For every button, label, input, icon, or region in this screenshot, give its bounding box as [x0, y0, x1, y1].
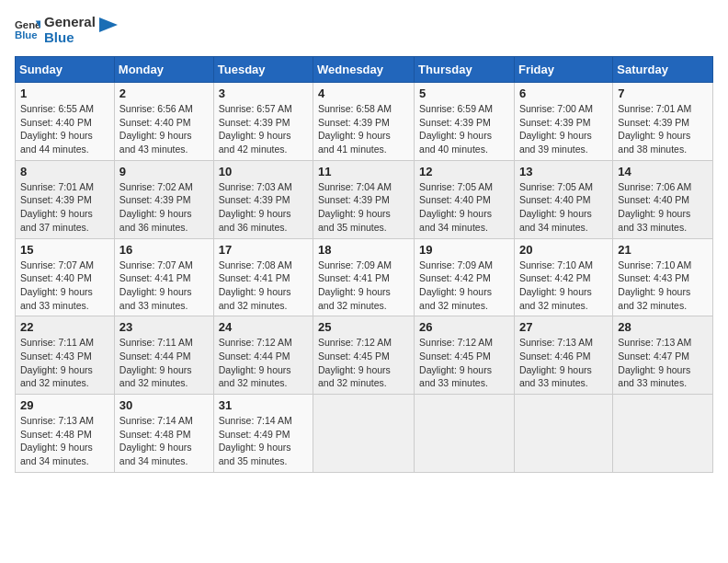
- day-number: 7: [618, 86, 708, 100]
- day-number: 2: [119, 86, 209, 100]
- day-number: 6: [519, 86, 608, 100]
- day-info: Sunrise: 7:11 AM Sunset: 4:43 PM Dayligh…: [20, 336, 109, 390]
- day-info: Sunrise: 6:55 AM Sunset: 4:40 PM Dayligh…: [20, 102, 109, 156]
- weekday-header-wednesday: Wednesday: [313, 57, 415, 83]
- calendar-day-cell: 8 Sunrise: 7:01 AM Sunset: 4:39 PM Dayli…: [16, 160, 115, 238]
- day-number: 31: [219, 398, 308, 412]
- day-number: 15: [20, 243, 109, 257]
- day-info: Sunrise: 7:00 AM Sunset: 4:39 PM Dayligh…: [519, 102, 608, 156]
- day-info: Sunrise: 7:13 AM Sunset: 4:47 PM Dayligh…: [618, 336, 708, 390]
- logo-flag-icon: [99, 17, 118, 43]
- day-info: Sunrise: 7:13 AM Sunset: 4:48 PM Dayligh…: [20, 414, 109, 468]
- calendar-day-cell: 4 Sunrise: 6:58 AM Sunset: 4:39 PM Dayli…: [313, 83, 415, 161]
- day-info: Sunrise: 6:57 AM Sunset: 4:39 PM Dayligh…: [219, 102, 308, 156]
- day-info: Sunrise: 7:14 AM Sunset: 4:49 PM Dayligh…: [219, 414, 308, 468]
- calendar-day-cell: 23 Sunrise: 7:11 AM Sunset: 4:44 PM Dayl…: [114, 316, 213, 395]
- day-info: Sunrise: 7:07 AM Sunset: 4:40 PM Dayligh…: [20, 259, 109, 313]
- calendar-day-cell: 18 Sunrise: 7:09 AM Sunset: 4:41 PM Dayl…: [313, 238, 415, 316]
- calendar-day-cell: 12 Sunrise: 7:05 AM Sunset: 4:40 PM Dayl…: [415, 160, 515, 238]
- day-info: Sunrise: 7:10 AM Sunset: 4:42 PM Dayligh…: [519, 259, 608, 313]
- day-info: Sunrise: 6:56 AM Sunset: 4:40 PM Dayligh…: [119, 102, 209, 156]
- day-info: Sunrise: 7:05 AM Sunset: 4:40 PM Dayligh…: [519, 180, 608, 235]
- day-number: 26: [419, 320, 509, 334]
- weekday-header-monday: Monday: [114, 57, 213, 83]
- day-number: 22: [20, 320, 109, 334]
- day-number: 12: [419, 165, 509, 178]
- logo-icon: General Blue: [15, 17, 40, 43]
- weekday-header-friday: Friday: [514, 57, 612, 83]
- calendar-day-cell: 6 Sunrise: 7:00 AM Sunset: 4:39 PM Dayli…: [514, 83, 612, 161]
- day-number: 23: [119, 320, 209, 334]
- calendar-day-cell: 26 Sunrise: 7:12 AM Sunset: 4:45 PM Dayl…: [415, 316, 515, 395]
- day-number: 18: [318, 243, 409, 257]
- day-number: 28: [618, 320, 708, 334]
- calendar-day-cell: 14 Sunrise: 7:06 AM Sunset: 4:40 PM Dayl…: [613, 160, 713, 238]
- day-info: Sunrise: 7:05 AM Sunset: 4:40 PM Dayligh…: [419, 180, 509, 235]
- day-info: Sunrise: 7:14 AM Sunset: 4:48 PM Dayligh…: [119, 414, 209, 468]
- day-number: 13: [519, 165, 608, 178]
- calendar-day-cell: 15 Sunrise: 7:07 AM Sunset: 4:40 PM Dayl…: [16, 238, 115, 316]
- day-number: 11: [318, 165, 409, 178]
- calendar-day-cell: 29 Sunrise: 7:13 AM Sunset: 4:48 PM Dayl…: [16, 395, 115, 473]
- day-info: Sunrise: 7:03 AM Sunset: 4:39 PM Dayligh…: [219, 180, 308, 235]
- calendar-day-cell: [415, 395, 515, 473]
- day-info: Sunrise: 7:09 AM Sunset: 4:41 PM Dayligh…: [318, 259, 409, 313]
- calendar-day-cell: 5 Sunrise: 6:59 AM Sunset: 4:39 PM Dayli…: [415, 83, 515, 161]
- calendar-day-cell: 28 Sunrise: 7:13 AM Sunset: 4:47 PM Dayl…: [613, 316, 713, 395]
- calendar-day-cell: 25 Sunrise: 7:12 AM Sunset: 4:45 PM Dayl…: [313, 316, 415, 395]
- weekday-header-thursday: Thursday: [415, 57, 515, 83]
- calendar-day-cell: 22 Sunrise: 7:11 AM Sunset: 4:43 PM Dayl…: [16, 316, 115, 395]
- weekday-header-sunday: Sunday: [16, 57, 115, 83]
- day-info: Sunrise: 7:10 AM Sunset: 4:43 PM Dayligh…: [618, 259, 708, 313]
- day-number: 14: [618, 165, 708, 178]
- weekday-header-row: SundayMondayTuesdayWednesdayThursdayFrid…: [16, 57, 713, 83]
- day-number: 17: [219, 243, 308, 257]
- day-info: Sunrise: 7:09 AM Sunset: 4:42 PM Dayligh…: [419, 259, 509, 313]
- day-number: 9: [119, 165, 209, 178]
- day-number: 16: [119, 243, 209, 257]
- calendar-day-cell: 3 Sunrise: 6:57 AM Sunset: 4:39 PM Dayli…: [213, 83, 313, 161]
- calendar-day-cell: 1 Sunrise: 6:55 AM Sunset: 4:40 PM Dayli…: [16, 83, 115, 161]
- day-info: Sunrise: 7:07 AM Sunset: 4:41 PM Dayligh…: [119, 259, 209, 313]
- day-info: Sunrise: 7:12 AM Sunset: 4:44 PM Dayligh…: [219, 336, 308, 390]
- day-info: Sunrise: 7:02 AM Sunset: 4:39 PM Dayligh…: [119, 180, 209, 235]
- svg-marker-3: [99, 17, 118, 32]
- logo-blue: Blue: [44, 30, 96, 46]
- day-info: Sunrise: 6:59 AM Sunset: 4:39 PM Dayligh…: [419, 102, 509, 156]
- logo-general: General: [44, 15, 96, 30]
- calendar-day-cell: 30 Sunrise: 7:14 AM Sunset: 4:48 PM Dayl…: [114, 395, 213, 473]
- day-number: 21: [618, 243, 708, 257]
- weekday-header-tuesday: Tuesday: [213, 57, 313, 83]
- calendar-day-cell: 17 Sunrise: 7:08 AM Sunset: 4:41 PM Dayl…: [213, 238, 313, 316]
- day-info: Sunrise: 7:12 AM Sunset: 4:45 PM Dayligh…: [318, 336, 409, 390]
- calendar-day-cell: 11 Sunrise: 7:04 AM Sunset: 4:39 PM Dayl…: [313, 160, 415, 238]
- calendar-day-cell: 20 Sunrise: 7:10 AM Sunset: 4:42 PM Dayl…: [514, 238, 612, 316]
- day-number: 19: [419, 243, 509, 257]
- svg-text:Blue: Blue: [15, 29, 38, 40]
- weekday-header-saturday: Saturday: [613, 57, 713, 83]
- day-number: 24: [219, 320, 308, 334]
- logo: General Blue General Blue: [15, 15, 118, 45]
- day-info: Sunrise: 7:08 AM Sunset: 4:41 PM Dayligh…: [219, 259, 308, 313]
- calendar-day-cell: 27 Sunrise: 7:13 AM Sunset: 4:46 PM Dayl…: [514, 316, 612, 395]
- day-info: Sunrise: 7:06 AM Sunset: 4:40 PM Dayligh…: [618, 180, 708, 235]
- day-number: 5: [419, 86, 509, 100]
- calendar-week-3: 15 Sunrise: 7:07 AM Sunset: 4:40 PM Dayl…: [16, 238, 713, 316]
- calendar-day-cell: [613, 395, 713, 473]
- calendar-day-cell: [514, 395, 612, 473]
- calendar-day-cell: 13 Sunrise: 7:05 AM Sunset: 4:40 PM Dayl…: [514, 160, 612, 238]
- day-number: 25: [318, 320, 409, 334]
- calendar-header: SundayMondayTuesdayWednesdayThursdayFrid…: [16, 57, 713, 83]
- day-number: 8: [20, 165, 109, 178]
- day-number: 3: [219, 86, 308, 100]
- day-info: Sunrise: 7:01 AM Sunset: 4:39 PM Dayligh…: [618, 102, 708, 156]
- day-number: 4: [318, 86, 409, 100]
- calendar-body: 1 Sunrise: 6:55 AM Sunset: 4:40 PM Dayli…: [16, 83, 713, 473]
- day-info: Sunrise: 7:11 AM Sunset: 4:44 PM Dayligh…: [119, 336, 209, 390]
- day-number: 10: [219, 165, 308, 178]
- calendar-day-cell: 31 Sunrise: 7:14 AM Sunset: 4:49 PM Dayl…: [213, 395, 313, 473]
- calendar-day-cell: 16 Sunrise: 7:07 AM Sunset: 4:41 PM Dayl…: [114, 238, 213, 316]
- day-number: 20: [519, 243, 608, 257]
- calendar-day-cell: 21 Sunrise: 7:10 AM Sunset: 4:43 PM Dayl…: [613, 238, 713, 316]
- calendar-day-cell: 9 Sunrise: 7:02 AM Sunset: 4:39 PM Dayli…: [114, 160, 213, 238]
